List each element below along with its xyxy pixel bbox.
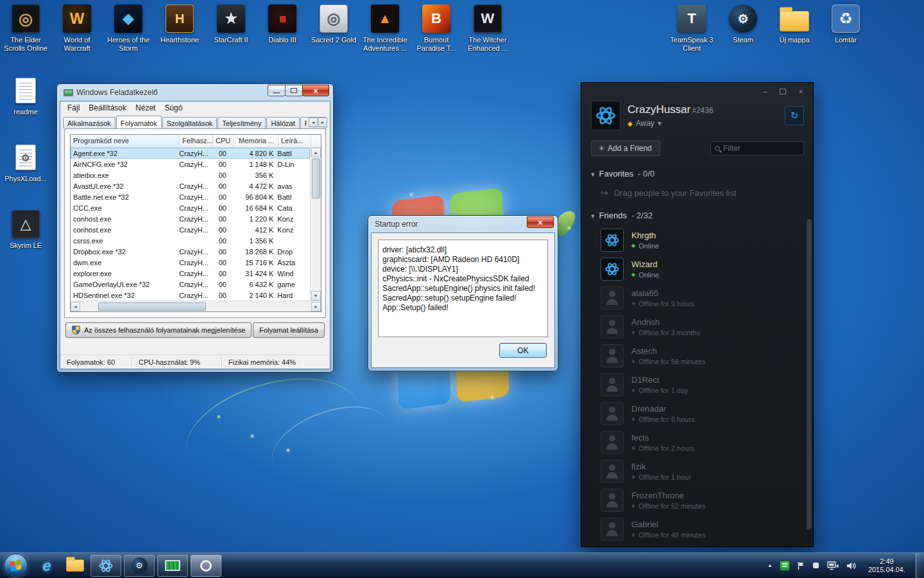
close-button[interactable]: × bbox=[795, 88, 807, 97]
vertical-scrollbar[interactable]: ▲ ▼ bbox=[310, 148, 321, 301]
taskbar-battlenet[interactable] bbox=[90, 555, 121, 577]
friend-row[interactable]: alala65 Offline for 9 hours bbox=[581, 283, 813, 312]
show-all-processes-button[interactable]: Az összes felhasználó folyamatainak megj… bbox=[65, 322, 252, 338]
scroll-down-icon[interactable]: ▼ bbox=[311, 291, 321, 301]
tab-scroll-left-icon[interactable]: ◄ bbox=[309, 118, 318, 127]
process-row[interactable]: atiedxx.exe 00 356 K bbox=[71, 170, 310, 180]
column-header-description[interactable]: Leírá... bbox=[278, 135, 311, 147]
taskbar-sacred2[interactable] bbox=[191, 555, 221, 577]
taskmgr-titlebar[interactable]: Windows Feladatkezelő bbox=[60, 84, 330, 101]
show-desktop-button[interactable] bbox=[916, 553, 924, 578]
hdsentinel-tray-icon[interactable] bbox=[780, 561, 790, 571]
process-row[interactable]: csrss.exe 00 1 356 K bbox=[71, 235, 310, 246]
desktop-icon[interactable]: Új mappa bbox=[769, 0, 820, 53]
desktop-icon[interactable]: B Burnout Paradise T... bbox=[411, 0, 462, 53]
tab-applications[interactable]: Alkalmazások bbox=[63, 117, 116, 128]
friends-scrollbar[interactable] bbox=[807, 219, 812, 543]
friend-row[interactable]: Gabriel Offline for 48 minutes bbox=[581, 514, 813, 543]
friend-row[interactable]: Drenadar Offline for 6 hours bbox=[581, 399, 813, 428]
desktop-icon[interactable]: readme bbox=[0, 72, 51, 139]
close-button[interactable] bbox=[302, 85, 329, 96]
process-row[interactable]: AirNCFG.exe *32 CrazyH... 00 1 148 K D-L… bbox=[71, 159, 310, 170]
process-row[interactable]: Agent.exe *32 CrazyH... 00 4 820 K Battl bbox=[71, 148, 310, 159]
taskbar-steam[interactable]: ⚙ bbox=[124, 555, 155, 577]
desktop-icon[interactable]: H Hearthstone bbox=[154, 0, 205, 53]
desktop-icon[interactable]: ⚙ PhysXLoad... bbox=[0, 139, 51, 206]
menu-file[interactable]: Fájl bbox=[63, 102, 84, 114]
friends-section-header[interactable]: Friends - 2/32 bbox=[581, 198, 813, 220]
close-button[interactable] bbox=[527, 216, 554, 228]
settings-button[interactable]: ↻ bbox=[785, 106, 804, 125]
desktop-icon[interactable]: △ Skyrim LE bbox=[0, 206, 51, 272]
status-selector[interactable]: Away bbox=[628, 119, 785, 128]
volume-icon[interactable] bbox=[846, 561, 856, 571]
column-header-cpu[interactable]: CPU bbox=[213, 135, 234, 147]
desktop-icon[interactable]: ◎ The Elder Scrolls Online bbox=[0, 0, 51, 53]
friend-row[interactable]: Wizard Online bbox=[581, 254, 813, 283]
column-header-memory[interactable]: Memória ... bbox=[234, 135, 278, 147]
tab-processes[interactable]: Folyamatok bbox=[116, 116, 162, 128]
tab-scroll-right-icon[interactable]: ► bbox=[318, 118, 327, 127]
process-row[interactable]: CCC.exe CrazyH... 00 16 684 K Cata bbox=[71, 202, 310, 213]
desktop-icon[interactable]: ★ StarCraft II bbox=[205, 0, 257, 53]
scrollbar-thumb[interactable] bbox=[807, 219, 812, 530]
friend-row[interactable]: D1Rect Offline for 1 day bbox=[581, 370, 813, 399]
tab-networking[interactable]: Hálózat bbox=[266, 117, 299, 128]
action-center-flag-icon[interactable] bbox=[797, 561, 805, 570]
taskbar-internet-explorer[interactable]: e bbox=[33, 553, 61, 578]
column-header-name[interactable]: Programkód neve bbox=[71, 135, 180, 147]
process-row[interactable]: Dropbox.exe *32 CrazyH... 00 18 268 K Dr… bbox=[71, 246, 310, 257]
tray-icon[interactable] bbox=[812, 561, 820, 570]
desktop-icon[interactable]: ▲ The Incredible Adventures ... bbox=[359, 0, 411, 53]
friend-row[interactable]: fects Offline for 2 hours bbox=[581, 428, 813, 457]
friend-row[interactable]: FrozenThrone Offline for 52 minutes bbox=[581, 486, 813, 514]
scroll-left-icon[interactable]: ◄ bbox=[71, 302, 80, 311]
friend-row[interactable]: fizik Offline for 1 hour bbox=[581, 457, 813, 486]
scrollbar-thumb[interactable] bbox=[98, 302, 206, 311]
process-row[interactable]: GameOverlayUI.exe *32 CrazyH... 00 6 432… bbox=[71, 279, 310, 290]
horizontal-scrollbar[interactable]: ◄ ► bbox=[71, 301, 321, 311]
desktop-icon[interactable]: ◎ Sacred 2 Gold bbox=[308, 0, 359, 53]
friend-row[interactable]: Khrgth Online bbox=[581, 225, 813, 254]
favorites-section-header[interactable]: Favorites - 0/0 bbox=[581, 156, 813, 179]
maximize-button[interactable] bbox=[777, 88, 789, 97]
filter-input[interactable] bbox=[723, 144, 800, 153]
scroll-up-icon[interactable]: ▲ bbox=[311, 148, 321, 157]
menu-help[interactable]: Súgó bbox=[160, 102, 187, 114]
process-row[interactable]: explorer.exe CrazyH... 00 31 424 K Wind bbox=[71, 268, 310, 279]
process-row[interactable]: AvastUI.exe *32 CrazyH... 00 4 472 K ava… bbox=[71, 180, 310, 191]
scroll-right-icon[interactable]: ► bbox=[311, 302, 321, 311]
ok-button[interactable]: OK bbox=[499, 343, 547, 358]
process-row[interactable]: Battle.net.exe *32 CrazyH... 00 96 804 K… bbox=[71, 191, 310, 202]
add-friend-button[interactable]: Add a Friend bbox=[591, 141, 660, 156]
scrollbar-thumb[interactable] bbox=[312, 159, 320, 198]
minimize-button[interactable]: – bbox=[759, 88, 771, 97]
start-button[interactable] bbox=[4, 554, 28, 577]
process-row[interactable]: conhost.exe CrazyH... 00 1 220 K Konz bbox=[71, 213, 310, 224]
desktop-icon[interactable]: ♻ Lomtár bbox=[820, 0, 871, 53]
menu-view[interactable]: Nézet bbox=[131, 102, 160, 114]
network-icon[interactable] bbox=[827, 561, 839, 570]
desktop-icon[interactable]: ◆ Heroes of the Storm bbox=[103, 0, 154, 53]
tab-performance[interactable]: Teljesítmény bbox=[218, 117, 266, 128]
user-avatar[interactable] bbox=[591, 101, 620, 130]
desktop-icon[interactable]: III Diablo III bbox=[257, 0, 308, 53]
taskbar-explorer[interactable] bbox=[61, 553, 89, 578]
end-process-button[interactable]: Folyamat leállítása bbox=[253, 322, 325, 338]
tab-services[interactable]: Szolgáltatások bbox=[162, 117, 218, 128]
taskbar-task-manager[interactable] bbox=[157, 555, 188, 577]
minimize-button[interactable] bbox=[268, 85, 286, 96]
desktop-icon[interactable]: ⚙ Steam bbox=[717, 0, 769, 53]
desktop-icon[interactable]: W The Witcher Enhanced ... bbox=[462, 0, 513, 53]
process-row[interactable]: dwm.exe CrazyH... 00 15 716 K Aszta bbox=[71, 257, 310, 268]
desktop-icon[interactable]: W World of Warcraft bbox=[51, 0, 103, 53]
desktop-icon[interactable]: T TeamSpeak 3 Client bbox=[666, 0, 717, 53]
menu-options[interactable]: Beállítások bbox=[84, 102, 131, 114]
taskbar-clock[interactable]: 2:49 2015.04.04. bbox=[863, 557, 911, 574]
maximize-button[interactable] bbox=[285, 85, 303, 96]
column-header-user[interactable]: Felhasz... bbox=[180, 135, 213, 147]
process-row[interactable]: conhost.exe CrazyH... 00 412 K Konz bbox=[71, 224, 310, 235]
friend-row[interactable]: Astech Offline for 56 minutes bbox=[581, 341, 813, 370]
friend-row[interactable]: Andrish Offline for 3 months bbox=[581, 312, 813, 341]
error-titlebar[interactable]: Startup error bbox=[371, 216, 555, 232]
